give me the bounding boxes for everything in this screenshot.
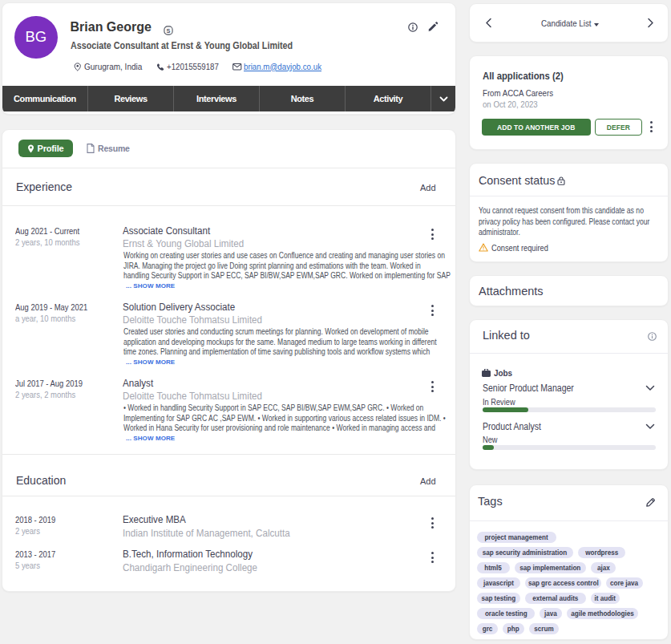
svg-text:S: S [167, 27, 171, 34]
